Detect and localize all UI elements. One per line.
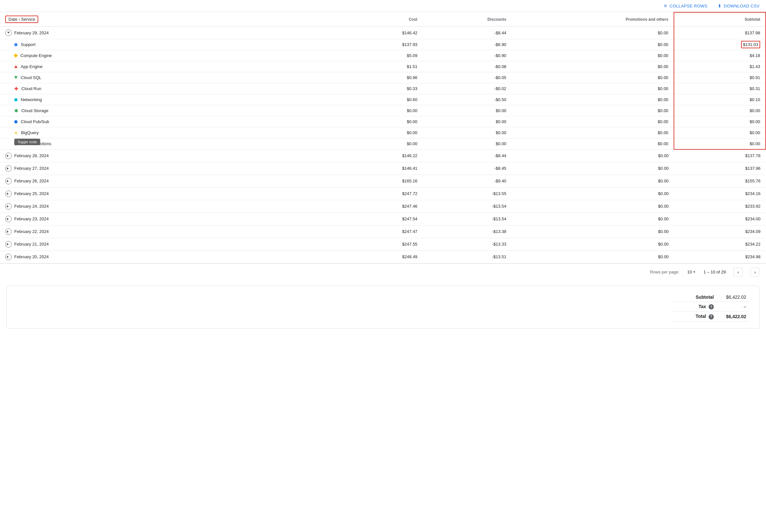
collapse-rows-button[interactable]: ✕ COLLAPSE ROWS (664, 3, 707, 8)
service-icon (14, 53, 18, 58)
chevron-down-icon (7, 32, 10, 34)
row-cost: $146.22 (344, 149, 423, 162)
row-subtotal: $155.76 (674, 175, 766, 187)
download-csv-label: DOWNLOAD CSV (724, 4, 760, 8)
date-label: February 25, 2024 (14, 191, 49, 196)
date-cell-collapsed: February 26, 2024 (0, 175, 344, 187)
rows-per-page-select[interactable]: 10 ▼ (687, 270, 696, 274)
service-icon (14, 120, 17, 123)
chevron-right-icon (7, 230, 10, 233)
row-discounts: -$13.38 (423, 225, 512, 238)
collapse-icon: ✕ (664, 3, 667, 8)
service-name-cell: Cloud Functions (0, 138, 344, 150)
service-row: ★ BigQuery $0.00 $0.00 $0.00 $0.00 (0, 127, 766, 138)
service-discounts: -$0.90 (423, 50, 512, 61)
service-name-cell: ✱ Cloud Storage (0, 105, 344, 116)
service-row: ✚ Cloud Run $0.33 -$0.02 $0.00 $0.31 (0, 83, 766, 94)
row-promotions: $0.00 (512, 225, 674, 238)
service-name-label: Networking (21, 97, 42, 102)
service-name-label: Cloud Storage (21, 108, 48, 113)
date-label: February 27, 2024 (14, 166, 49, 171)
service-promotions: $0.00 (512, 94, 674, 105)
service-subtotal: $0.91 (674, 72, 766, 83)
service-cost: $137.93 (344, 39, 423, 50)
expand-button[interactable] (5, 241, 12, 248)
service-cost: $0.00 (344, 105, 423, 116)
row-cost: $248.49 (344, 250, 423, 263)
service-icon (14, 98, 17, 101)
row-subtotal: $137.96 (674, 162, 766, 175)
expand-button[interactable] (5, 228, 12, 235)
service-promotions: $0.00 (512, 72, 674, 83)
service-subtotal: $0.00 (674, 138, 766, 150)
service-icon (14, 43, 17, 46)
service-icon: ✚ (14, 87, 18, 91)
expand-button-feb29[interactable] (5, 29, 12, 36)
expand-button[interactable] (5, 191, 12, 197)
subtotal-summary-label: Subtotal (671, 293, 716, 302)
date-cell-collapsed: February 23, 2024 (0, 213, 344, 225)
service-discounts: $0.00 (423, 116, 512, 127)
service-icon: ✱ (14, 109, 18, 113)
service-subtotal: $0.00 (674, 105, 766, 116)
service-name-cell: Cloud Pub/Sub (0, 116, 344, 127)
row-discounts: -$8.44 (423, 149, 512, 162)
chevron-right-icon (7, 243, 10, 246)
chevron-right-icon (7, 205, 10, 208)
date-label: February 28, 2024 (14, 153, 49, 158)
service-name-cell: ✚ Cloud Run (0, 83, 344, 94)
service-promotions: $0.00 (512, 61, 674, 72)
summary-section: Subtotal $6,422.02 Tax ? – Total ? $6,42… (6, 286, 760, 329)
total-summary-value: $6,422.02 (716, 312, 749, 322)
service-name-cell: Support (0, 39, 344, 50)
expand-button[interactable] (5, 165, 12, 172)
promotions-feb29: $0.00 (512, 27, 674, 39)
page-info: 1 – 10 of 29 (703, 270, 726, 274)
rows-per-page-arrow: ▼ (692, 270, 696, 274)
expand-button[interactable] (5, 216, 12, 222)
service-name-cell: Compute Engine (0, 50, 344, 61)
total-info-icon[interactable]: ? (709, 314, 714, 319)
row-cost: $247.72 (344, 187, 423, 200)
row-subtotal: $234.98 (674, 250, 766, 263)
service-name-label: Cloud Pub/Sub (21, 119, 49, 124)
service-discounts: $0.00 (423, 138, 512, 150)
date-label: February 21, 2024 (14, 242, 49, 247)
chevron-right-icon (7, 218, 10, 220)
row-cost: $247.54 (344, 213, 423, 225)
service-row: Cloud SQL $0.96 -$0.05 $0.00 $0.91 (0, 72, 766, 83)
expand-button[interactable] (5, 178, 12, 184)
subtotal-header: Subtotal (674, 12, 766, 27)
discounts-feb29: -$8.44 (423, 27, 512, 39)
date-row-collapsed: February 27, 2024 $146.41 -$8.45 $0.00 $… (0, 162, 766, 175)
subtotal-feb29: $137.98 (674, 27, 766, 39)
date-label: February 23, 2024 (14, 216, 49, 221)
download-csv-button[interactable]: ⬇ DOWNLOAD CSV (718, 3, 760, 8)
service-cost: $5.09 (344, 50, 423, 61)
row-subtotal: $234.00 (674, 213, 766, 225)
row-subtotal: $233.92 (674, 200, 766, 213)
next-page-button[interactable]: › (750, 268, 760, 277)
expand-button[interactable] (5, 203, 12, 210)
date-cell-expanded: February 29, 2024 (0, 27, 344, 39)
download-icon: ⬇ (718, 3, 722, 8)
service-cost: $0.60 (344, 94, 423, 105)
date-label-feb29: February 29, 2024 (14, 30, 49, 35)
total-summary-label: Total ? (671, 312, 716, 322)
date-row-collapsed: February 28, 2024 $146.22 -$8.44 $0.00 $… (0, 149, 766, 162)
service-icon: ★ (14, 131, 18, 135)
prev-page-button[interactable]: ‹ (734, 268, 743, 277)
date-label: February 24, 2024 (14, 204, 49, 209)
pagination-bar: Rows per page: 10 ▼ 1 – 10 of 29 ‹ › (0, 263, 766, 281)
expand-button[interactable] (5, 153, 12, 159)
row-discounts: -$13.51 (423, 250, 512, 263)
row-discounts: -$9.40 (423, 175, 512, 187)
service-subtotal: $0.00 (674, 127, 766, 138)
tax-info-icon[interactable]: ? (709, 304, 714, 309)
date-service-header: Date › Service (0, 12, 344, 27)
service-cost: $0.96 (344, 72, 423, 83)
date-cell-collapsed: February 25, 2024 (0, 187, 344, 200)
service-discounts: $0.00 (423, 105, 512, 116)
date-row-collapsed: February 24, 2024 $247.46 -$13.54 $0.00 … (0, 200, 766, 213)
expand-button[interactable] (5, 254, 12, 260)
